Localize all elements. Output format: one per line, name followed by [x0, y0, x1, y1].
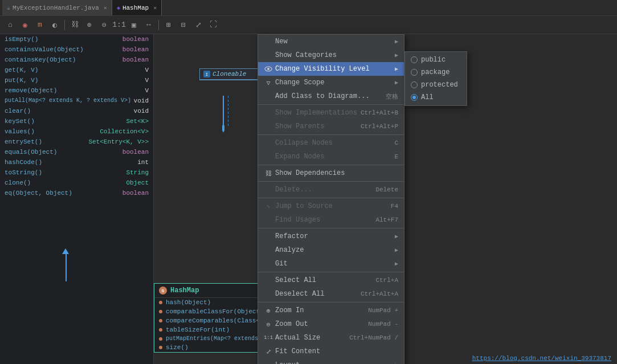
sep1	[64, 20, 65, 30]
menu-find-usages[interactable]: Find Usages Alt+F7	[258, 213, 404, 227]
menu-show-categories[interactable]: Show Categories ▶	[258, 48, 404, 62]
filter-icon: ▽	[264, 78, 273, 87]
row-keyset: keySet() Set<K>	[0, 116, 153, 126]
row-values: values() Collection<V>	[0, 126, 153, 137]
expand-shortcut: E	[394, 153, 398, 160]
menu-zoom-out[interactable]: ⊖ Zoom Out NumPad -	[258, 317, 404, 331]
type-remove: V	[145, 86, 149, 95]
menu-collapse[interactable]: Collapse Nodes C	[258, 136, 404, 150]
row-containskey: containsKey(Object) boolean	[0, 55, 153, 65]
git-group: Git	[264, 259, 288, 268]
menu-jump-source[interactable]: ✎ Jump to Source F4	[258, 199, 404, 213]
method-button[interactable]: m	[33, 18, 47, 32]
menu-new-label: New	[275, 38, 288, 46]
up-arrow-line	[66, 253, 67, 281]
tab-hashmap[interactable]: ◈ HashMap ✕	[112, 0, 162, 15]
sep-2	[258, 134, 404, 135]
menu-git[interactable]: Git ▶	[258, 257, 404, 271]
eye-icon	[264, 64, 273, 73]
method-remove: remove(Object)	[5, 86, 57, 95]
grid-button[interactable]: ⊞	[162, 18, 175, 32]
context-menu: New ▶ Show Categories ▶ Change Visibilit…	[258, 34, 404, 364]
menu-show-parents[interactable]: Show Parents Ctrl+Alt+P	[258, 120, 404, 133]
submenu-protected[interactable]: protected	[405, 79, 467, 91]
menu-git-label: Git	[275, 260, 288, 268]
menu-add-class[interactable]: Add Class to Diagram... 空格	[258, 89, 404, 103]
hm-dot-3	[159, 319, 162, 322]
tab-hashmap-close[interactable]: ✕	[153, 5, 157, 11]
diagram-button[interactable]: ▣	[127, 18, 141, 32]
deselect-all-group: Deselect All	[264, 289, 324, 298]
filter-button[interactable]: ◐	[48, 18, 62, 32]
hm-dot-1	[159, 301, 162, 304]
impl-shortcut: Ctrl+Alt+B	[361, 109, 398, 116]
tab-java-close[interactable]: ✕	[104, 5, 107, 11]
type-containskey: boolean	[122, 55, 149, 64]
method-put: put(K, V)	[5, 76, 38, 85]
menu-layout[interactable]: Layout ▶	[258, 358, 404, 364]
tab-java[interactable]: ☕ MyExceptionHandler.java ✕	[2, 0, 112, 15]
collapse-icon	[264, 138, 273, 148]
menu-show-categories-label: Show Categories	[275, 51, 337, 59]
home-button[interactable]: ⌂	[3, 18, 17, 32]
menu-zoom-out-label: Zoom Out	[275, 320, 308, 328]
menu-select-all[interactable]: Select All Ctrl+A	[258, 273, 404, 287]
radio-package	[411, 69, 418, 76]
expand-icon	[264, 152, 273, 161]
fit-content-icon: ⤢	[264, 347, 273, 356]
menu-actual-size-label: Actual Size	[275, 334, 320, 342]
minus-grid-button[interactable]: ⊟	[177, 18, 190, 32]
select-all-icon	[264, 276, 273, 285]
submenu-all[interactable]: All	[405, 91, 467, 104]
menu-expand[interactable]: Expand Nodes E	[258, 150, 404, 163]
record-button[interactable]: ◉	[18, 18, 32, 32]
type-containsvalue: boolean	[122, 45, 149, 54]
print-button[interactable]: ⛶	[206, 18, 220, 32]
change-scope-group: ▽ Change Scope	[264, 78, 324, 87]
menu-actual-size[interactable]: 1:1 Actual Size Ctrl+NumPad /	[258, 331, 404, 345]
method-tostring: toString()	[5, 168, 42, 177]
add-class-shortcut: 空格	[386, 92, 398, 101]
layout-arrow: ▶	[395, 362, 398, 364]
arrows-button[interactable]: ↔	[142, 18, 156, 32]
parents-icon	[264, 122, 273, 131]
delete-icon	[264, 185, 273, 194]
submenu-package[interactable]: package	[405, 66, 467, 79]
menu-new[interactable]: New ▶	[258, 35, 404, 48]
up-arrow-head	[62, 248, 69, 254]
menu-zoom-in[interactable]: ⊕ Zoom In NumPad +	[258, 304, 404, 317]
git-icon	[264, 259, 273, 268]
remove-button[interactable]: ⊖	[97, 18, 111, 32]
submenu-public[interactable]: public	[405, 54, 467, 66]
menu-refactor[interactable]: Refactor ▶	[258, 230, 404, 243]
menu-change-scope[interactable]: ▽ Change Scope ▶	[258, 76, 404, 89]
show-parents-group: Show Parents	[264, 122, 324, 131]
expand-button[interactable]: ⤢	[191, 18, 205, 32]
row-hashcode: hashCode() int	[0, 157, 153, 167]
row-containsvalue: containsValue(Object) boolean	[0, 44, 153, 55]
hm-dot-6	[159, 346, 162, 349]
jump-icon: ✎	[264, 202, 273, 211]
menu-show-deps[interactable]: ⛓ Show Dependencies	[258, 166, 404, 180]
menu-fit-content[interactable]: ⤢ Fit Content	[258, 345, 404, 358]
menu-find-usages-label: Find Usages	[275, 216, 320, 224]
actual-size-button[interactable]: 1:1	[112, 18, 126, 32]
refactor-group: Refactor	[264, 232, 308, 241]
type-values: Collection<V>	[100, 127, 149, 136]
menu-analyze[interactable]: Analyze ▶	[258, 243, 404, 257]
link-button[interactable]: ⛓	[68, 18, 81, 32]
refactor-icon	[264, 232, 273, 241]
show-impl-group: Show Implementations	[264, 108, 357, 117]
menu-deselect-all[interactable]: Deselect All Ctrl+Alt+A	[258, 287, 404, 301]
categories-arrow: ▶	[395, 52, 398, 59]
add-button[interactable]: ⊕	[83, 18, 96, 32]
menu-show-impl[interactable]: Show Implementations Ctrl+Alt+B	[258, 106, 404, 120]
menu-new-group: New	[264, 37, 288, 46]
tab-bar: ☕ MyExceptionHandler.java ✕ ◈ HashMap ✕	[0, 0, 617, 16]
menu-change-visibility[interactable]: Change Visibility Level ▶	[258, 62, 404, 76]
method-entryset: entrySet()	[5, 137, 42, 146]
sep-5	[258, 198, 404, 198]
menu-delete[interactable]: Delete... Delete	[258, 183, 404, 197]
menu-expand-label: Expand Nodes	[275, 153, 324, 161]
cloneable-label: Cloneable	[213, 71, 246, 77]
